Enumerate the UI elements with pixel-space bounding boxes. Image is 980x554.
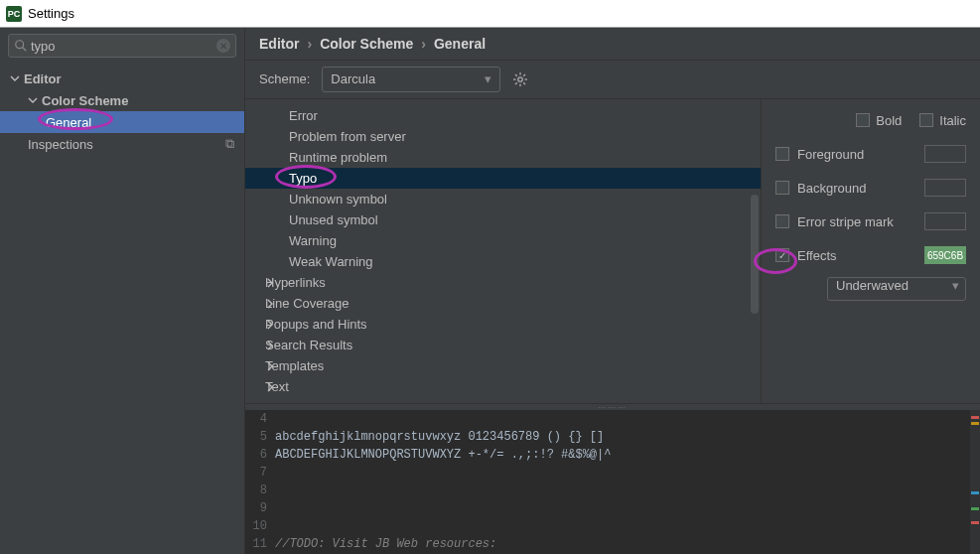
svg-line-9: [515, 82, 517, 84]
preview-line: 11//TODO: Visit JB Web resources:: [245, 535, 980, 553]
svg-line-7: [515, 74, 517, 76]
bold-checkbox[interactable]: [856, 113, 870, 127]
app-icon: PC: [6, 6, 22, 22]
errorstripe-checkbox[interactable]: [775, 214, 789, 228]
chevron-right-icon: [265, 361, 275, 371]
category-list[interactable]: ErrorProblem from serverRuntime problemT…: [245, 99, 762, 403]
chevron-right-icon: [265, 341, 275, 350]
category-group-popups-and-hints[interactable]: Popups and Hints: [245, 314, 761, 335]
search-box[interactable]: ✕: [8, 34, 236, 58]
foreground-swatch[interactable]: [924, 145, 966, 163]
chevron-right-icon: [265, 299, 275, 309]
chevron-down-icon: [10, 73, 20, 83]
breadcrumb-item: General: [434, 36, 486, 52]
scheme-select[interactable]: Darcula: [322, 67, 500, 92]
category-problem-from-server[interactable]: Problem from server: [245, 126, 761, 147]
preview-pane[interactable]: 45abcdefghijklmnopqrstuvwxyz 0123456789 …: [245, 410, 980, 554]
line-number: 6: [245, 448, 275, 462]
scrollbar-thumb[interactable]: [751, 195, 759, 314]
sidebar-item-editor[interactable]: Editor: [0, 68, 244, 89]
category-typo[interactable]: Typo: [245, 168, 761, 189]
sidebar-item-label: Inspections: [28, 137, 93, 152]
category-group-templates[interactable]: Templates: [245, 355, 761, 376]
copy-icon[interactable]: ⧉: [225, 136, 234, 152]
category-group-line-coverage[interactable]: Line Coverage: [245, 293, 761, 314]
italic-checkbox[interactable]: [919, 113, 933, 127]
effects-type-select[interactable]: Underwaved: [827, 277, 966, 301]
breadcrumb-sep: ›: [421, 36, 426, 52]
settings-tree: EditorColor SchemeGeneralInspections⧉: [0, 64, 244, 554]
svg-line-10: [524, 74, 526, 76]
foreground-checkbox[interactable]: [775, 147, 789, 161]
sidebar-item-general[interactable]: General: [0, 111, 244, 133]
foreground-label: Foreground: [797, 147, 864, 162]
errorstripe-label: Error stripe mark: [797, 214, 894, 229]
gear-icon[interactable]: [512, 71, 528, 87]
code-text: ABCDEFGHIJKLMNOPQRSTUVWXYZ +-*/= .,;:!? …: [275, 448, 611, 462]
preview-line: 4: [245, 410, 980, 428]
background-checkbox[interactable]: [775, 181, 789, 195]
category-group-hyperlinks[interactable]: Hyperlinks: [245, 272, 761, 293]
breadcrumb-sep: ›: [307, 36, 312, 52]
chevron-right-icon: [265, 278, 275, 288]
chevron-down-icon: [28, 95, 38, 105]
chevron-right-icon: [265, 320, 275, 330]
window-title: Settings: [28, 6, 74, 21]
sidebar-item-label: General: [46, 115, 91, 130]
breadcrumb-item[interactable]: Editor: [259, 36, 299, 52]
preview-gutter-marks: [970, 410, 980, 554]
sidebar-item-label: Color Scheme: [42, 93, 128, 108]
svg-point-2: [518, 77, 522, 81]
sidebar-item-color-scheme[interactable]: Color Scheme: [0, 89, 244, 111]
preview-line: 5abcdefghijklmnopqrstuvwxyz 0123456789 (…: [245, 428, 980, 446]
line-number: 9: [245, 501, 275, 515]
line-number: 8: [245, 484, 275, 497]
effects-swatch[interactable]: 659C6B: [924, 246, 966, 264]
clear-search-icon[interactable]: ✕: [216, 39, 230, 53]
bold-label: Bold: [876, 113, 902, 128]
preview-line: 7: [245, 464, 980, 482]
category-runtime-problem[interactable]: Runtime problem: [245, 147, 761, 168]
preview-line: 8: [245, 482, 980, 499]
breadcrumb: Editor › Color Scheme › General: [245, 28, 980, 61]
background-label: Background: [797, 181, 866, 196]
category-group-search-results[interactable]: Search Results: [245, 335, 761, 355]
breadcrumb-item[interactable]: Color Scheme: [320, 36, 413, 52]
category-warning[interactable]: Warning: [245, 230, 761, 251]
category-unused-symbol[interactable]: Unused symbol: [245, 209, 761, 230]
code-text: //TODO: Visit JB Web resources:: [275, 537, 496, 551]
code-text: abcdefghijklmnopqrstuvwxyz 0123456789 ()…: [275, 430, 604, 444]
line-number: 10: [245, 519, 275, 533]
preview-line: 9: [245, 499, 980, 517]
sidebar-item-inspections[interactable]: Inspections⧉: [0, 133, 244, 155]
search-input[interactable]: [31, 39, 211, 54]
effects-label: Effects: [797, 248, 837, 263]
background-swatch[interactable]: [924, 179, 966, 197]
settings-sidebar: ✕ EditorColor SchemeGeneralInspections⧉: [0, 28, 245, 554]
italic-label: Italic: [939, 113, 966, 128]
properties-panel: Bold Italic Foreground Background Error …: [762, 99, 980, 403]
svg-line-1: [23, 48, 27, 52]
line-number: 11: [245, 537, 275, 551]
search-icon: [14, 39, 28, 53]
title-bar: PC Settings: [0, 0, 980, 28]
effects-checkbox[interactable]: [775, 248, 789, 262]
preview-line: 10: [245, 517, 980, 535]
category-group-text[interactable]: Text: [245, 376, 761, 397]
chevron-right-icon: [265, 382, 275, 392]
category-unknown-symbol[interactable]: Unknown symbol: [245, 189, 761, 209]
svg-point-0: [16, 41, 24, 49]
scheme-label: Scheme:: [259, 71, 310, 86]
errorstripe-swatch[interactable]: [924, 212, 966, 230]
svg-line-8: [524, 82, 526, 84]
line-number: 5: [245, 430, 275, 444]
line-number: 7: [245, 466, 275, 480]
scheme-value: Darcula: [331, 71, 375, 86]
preview-line: 6ABCDEFGHIJKLMNOPQRSTUVWXYZ +-*/= .,;:!?…: [245, 446, 980, 464]
sidebar-item-label: Editor: [24, 71, 62, 86]
category-weak-warning[interactable]: Weak Warning: [245, 251, 761, 272]
effects-type-value: Underwaved: [836, 278, 909, 293]
category-error[interactable]: Error: [245, 105, 761, 126]
line-number: 4: [245, 412, 275, 426]
